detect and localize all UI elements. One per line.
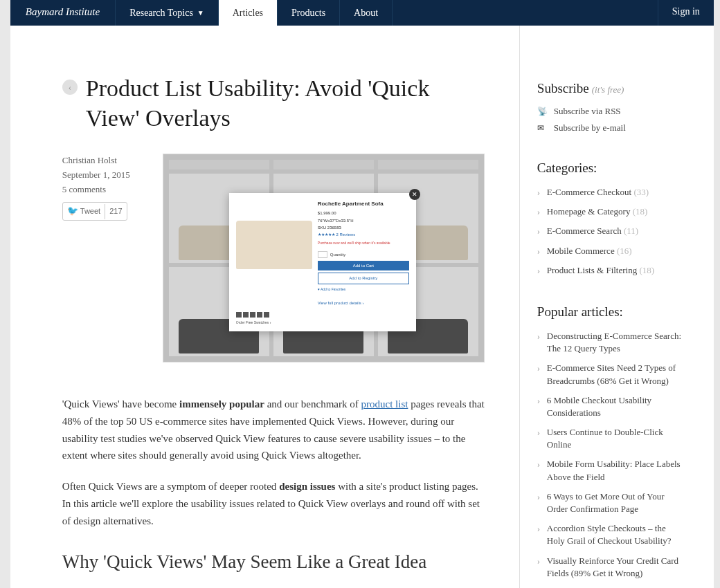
mail-icon: ✉ (537, 123, 547, 134)
popular-link[interactable]: 6 Mobile Checkout Usability Consideratio… (547, 395, 651, 418)
popular-link[interactable]: 6 Ways to Get More Out of Your Order Con… (547, 491, 665, 514)
close-icon[interactable]: ✕ (409, 189, 420, 200)
signin-link[interactable]: Sign in (658, 0, 714, 26)
subscribe-email-link[interactable]: Subscribe by e-mail (554, 122, 626, 134)
nav-articles[interactable]: Articles (219, 0, 278, 26)
category-link[interactable]: Homepage & Category (547, 206, 631, 217)
popular-link[interactable]: E-Commerce Sites Need 2 Types of Breadcr… (547, 362, 676, 385)
logo[interactable]: Baymard Institute (10, 0, 116, 26)
back-button[interactable]: ‹ (62, 80, 78, 95)
nav-research-topics[interactable]: Research Topics ▼ (116, 0, 219, 26)
category-link[interactable]: E-Commerce Search (547, 226, 622, 236)
article-body: 'Quick Views' have become immensely popu… (62, 396, 485, 574)
product-list-link[interactable]: product list (361, 398, 408, 410)
subscribe-heading: Subscribe (537, 81, 589, 96)
author: Christian Holst (62, 154, 149, 168)
category-link[interactable]: Product Lists & Filtering (547, 265, 637, 275)
popular-heading: Popular articles: (537, 304, 623, 320)
hero-image: ✕ Order Free Swatches › Rochelle Apart (163, 154, 485, 362)
popular-link[interactable]: Users Continue to Double-Click Online (547, 427, 663, 450)
rss-icon: 📡 (537, 107, 547, 117)
article-meta: Christian Holst September 1, 2015 5 comm… (62, 154, 149, 382)
main-article: ‹ Product List Usability: Avoid 'Quick V… (10, 26, 520, 588)
category-link[interactable]: Mobile Commerce (547, 246, 615, 256)
subscribe-rss-link[interactable]: Subscribe via RSS (554, 106, 621, 117)
popular-link[interactable]: Accordion Style Checkouts – the Holy Gra… (547, 523, 672, 546)
nav-about[interactable]: About (340, 0, 393, 26)
tweet-button[interactable]: 🐦 Tweet 217 (62, 202, 127, 221)
popular-link[interactable]: Deconstructing E-Commerce Search: The 12… (547, 331, 681, 353)
navbar: Baymard Institute Research Topics ▼ Arti… (10, 0, 714, 26)
comment-count: 5 comments (62, 183, 149, 197)
publish-date: September 1, 2015 (62, 168, 149, 183)
quickview-overlay: ✕ Order Free Swatches › Rochelle Apart (229, 193, 416, 331)
category-link[interactable]: E-Commerce Checkout (547, 187, 631, 197)
twitter-icon: 🐦 (67, 204, 78, 219)
popular-link[interactable]: Mobile Form Usability: Place Labels Abov… (547, 459, 681, 481)
section-heading: Why 'Quick Views' May Seem Like a Great … (62, 550, 485, 574)
tweet-count: 217 (105, 204, 126, 219)
popular-list: Deconstructing E-Commerce Search: The 12… (537, 327, 686, 588)
article-title: Product List Usability: Avoid 'Quick Vie… (86, 74, 485, 133)
subscribe-hint: (it's free) (592, 84, 624, 95)
categories-heading: Categories: (537, 160, 597, 176)
categories-list: E-Commerce Checkout (33) Homepage & Cate… (537, 183, 686, 280)
chevron-down-icon: ▼ (197, 9, 204, 17)
popular-link[interactable]: Visually Reinforce Your Credit Card Fiel… (547, 555, 678, 578)
nav-products[interactable]: Products (278, 0, 340, 26)
sidebar: Subscribe (it's free) 📡Subscribe via RSS… (520, 26, 714, 588)
